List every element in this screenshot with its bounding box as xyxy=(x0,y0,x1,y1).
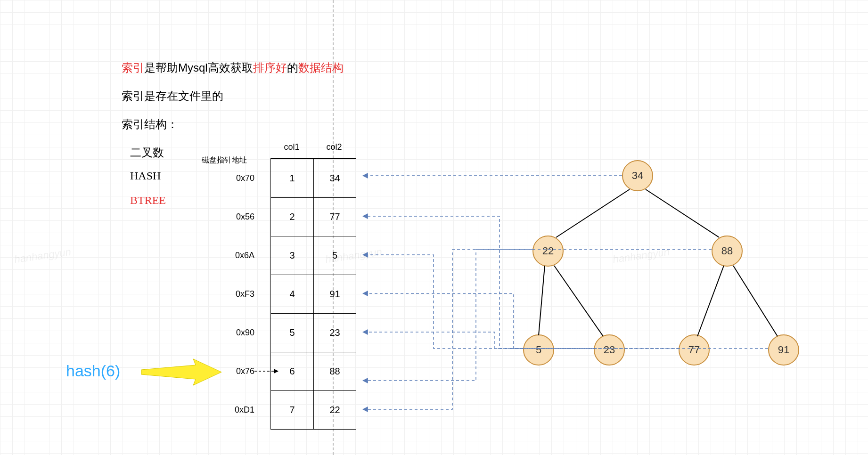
title-p3: 排序好 xyxy=(253,61,287,74)
cell-col2: 5 xyxy=(313,236,356,275)
list-binary-tree: 二叉数 xyxy=(130,145,164,160)
addr-1: 0x56 xyxy=(226,212,254,222)
cell-col1: 1 xyxy=(271,159,313,197)
addr-2: 0x6A xyxy=(226,251,254,260)
addr-5: 0x76 xyxy=(226,366,254,376)
table-row: 3 5 xyxy=(271,236,356,275)
cell-col1: 3 xyxy=(271,236,313,275)
addr-0: 0x70 xyxy=(226,173,254,183)
tree-node-rl: 77 xyxy=(679,334,710,366)
cell-col2: 77 xyxy=(313,198,356,236)
addr-3: 0xF3 xyxy=(226,289,254,299)
table-row: 5 23 xyxy=(271,313,356,352)
table-row: 1 34 xyxy=(271,159,356,197)
table-row: 6 88 xyxy=(271,352,356,390)
data-table: 1 34 2 77 3 5 4 91 5 23 6 88 7 22 xyxy=(270,158,356,430)
tree-node-rr: 91 xyxy=(768,334,799,366)
cell-col2: 88 xyxy=(313,352,356,390)
hash-label: hash(6) xyxy=(66,362,120,380)
addr-6: 0xD1 xyxy=(226,405,254,415)
table-row: 4 91 xyxy=(271,275,356,313)
list-hash: HASH xyxy=(130,170,161,182)
table-row: 7 22 xyxy=(271,390,356,429)
cell-col1: 4 xyxy=(271,275,313,313)
cell-col1: 6 xyxy=(271,352,313,390)
cell-col2: 34 xyxy=(313,159,356,197)
addr-header: 磁盘指针地址 xyxy=(202,155,247,165)
title-p2: 是帮助Mysql高效获取 xyxy=(144,61,253,74)
cell-col1: 2 xyxy=(271,198,313,236)
title-line: 索引是帮助Mysql高效获取排序好的数据结构 xyxy=(122,60,344,75)
tree-node-ll: 5 xyxy=(523,334,554,366)
tree-node-lr: 23 xyxy=(594,334,625,366)
cell-col1: 7 xyxy=(271,391,313,429)
line-structure: 索引结构： xyxy=(122,117,178,132)
cell-col1: 5 xyxy=(271,314,313,352)
col2-header: col2 xyxy=(313,142,355,152)
cell-col2: 23 xyxy=(313,314,356,352)
cell-col2: 91 xyxy=(313,275,356,313)
title-p4: 的 xyxy=(287,61,298,74)
tree-node-root: 34 xyxy=(622,160,653,191)
addr-4: 0x90 xyxy=(226,328,254,338)
tree-node-l: 22 xyxy=(532,236,564,267)
col1-header: col1 xyxy=(270,142,313,152)
title-p5: 数据结构 xyxy=(298,61,344,74)
title-p1: 索引 xyxy=(122,61,144,74)
table-row: 2 77 xyxy=(271,197,356,236)
cell-col2: 22 xyxy=(313,391,356,429)
list-btree: BTREE xyxy=(130,194,166,207)
line-storage: 索引是存在文件里的 xyxy=(122,89,223,104)
tree-node-r: 88 xyxy=(712,236,743,267)
